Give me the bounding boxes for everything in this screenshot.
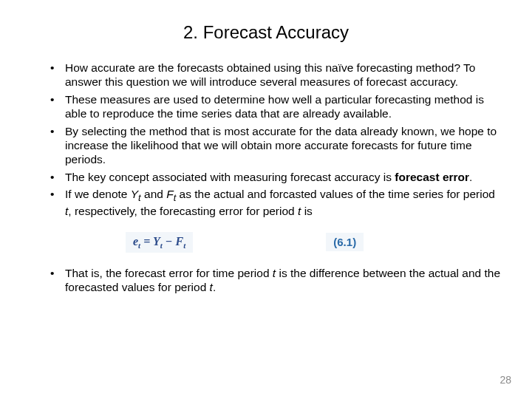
slide: 2. Forecast Accuracy How accurate are th… [0,0,532,313]
slide-title: 2. Forecast Accuracy [30,22,502,43]
eq-equals: = [140,235,153,248]
text: , respectively, the forecasting error fo… [68,205,298,217]
bullet-item: That is, the forecast error for time per… [50,266,502,295]
bold-term: forecast error [395,171,469,183]
text: The key concept associated with measurin… [65,171,395,183]
bullet-item: The key concept associated with measurin… [50,170,502,184]
text: as the actual and forcasted values of th… [176,188,495,200]
text: . [469,171,472,183]
equation-number: (6.1) [326,233,364,251]
bullet-list: How accurate are the forecasts obtained … [30,61,502,219]
text: is [301,205,313,217]
equation-row: et = Yt − Ft (6.1) [126,232,502,253]
eq-f: F [176,235,184,248]
eq-sub: t [183,241,185,250]
text: and [141,188,166,200]
equation: et = Yt − Ft [126,232,193,253]
var-y: Y [131,188,138,200]
bullet-list-2: That is, the forecast error for time per… [30,266,502,295]
text: . [213,281,216,293]
var-f: F [166,188,173,200]
bullet-item: By selecting the method that is most acc… [50,124,502,167]
eq-minus: − [163,235,176,248]
bullet-item: These measures are used to determine how… [50,92,502,121]
page-number: 28 [499,374,511,386]
eq-y: Y [153,235,160,248]
bullet-item: If we denote Yt and Ft as the actual and… [50,187,502,219]
bullet-item: How accurate are the forecasts obtained … [50,61,502,89]
text: If we denote [65,188,131,200]
text: That is, the forecast error for time per… [65,267,273,279]
